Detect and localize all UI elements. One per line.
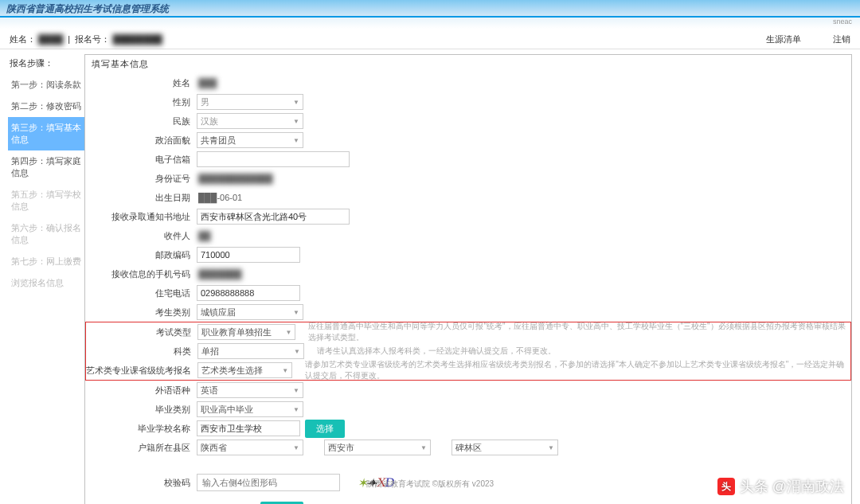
political-label: 政治面貌 — [85, 135, 197, 147]
region-label: 户籍所在县区 — [85, 442, 197, 454]
school-select-button[interactable]: 选择 — [305, 420, 345, 438]
subject-label: 科类 — [86, 346, 197, 357]
recipient-value: ██ — [197, 231, 211, 240]
birthday-value: ███-06-01 — [197, 193, 242, 202]
records-link[interactable]: 生源清单 — [766, 29, 801, 49]
postcode-label: 邮政编码 — [85, 249, 197, 261]
form-panel: 填写基本信息 姓名███ 性别男▼ 民族汉族▼ 政治面貌共青团员▼ 电子信箱 身… — [84, 54, 852, 504]
email-label: 电子信箱 — [85, 154, 197, 166]
art-exam-hint: 请参加艺术类专业课省级统考的艺术类考生选择相应省级统考类别报名，不参加的请选择"… — [305, 359, 850, 381]
gender-select[interactable]: 男▼ — [197, 94, 303, 110]
chevron-down-icon: ▼ — [420, 444, 427, 451]
birthday-label: 出生日期 — [85, 192, 197, 204]
chevron-down-icon: ▼ — [293, 387, 299, 394]
chevron-down-icon: ▼ — [285, 329, 291, 336]
gender-label: 性别 — [85, 96, 197, 108]
name-field-value: ███ — [197, 78, 217, 88]
grad-type-label: 毕业类别 — [85, 404, 197, 416]
political-select[interactable]: 共青团员▼ — [197, 132, 303, 148]
brand-bar: sneac — [0, 18, 860, 29]
app-header: 陕西省普通高校招生考试信息管理系统 — [0, 0, 860, 18]
chevron-down-icon: ▼ — [293, 406, 299, 413]
ethnic-label: 民族 — [85, 115, 197, 127]
sidebar-item-step5: 第五步：填写学校信息 — [8, 184, 84, 217]
language-label: 外语语种 — [85, 385, 197, 397]
chevron-down-icon: ▼ — [293, 118, 299, 125]
idcard-value: ████████████ — [197, 174, 273, 183]
homephone-label: 住宅电话 — [85, 287, 197, 299]
exam-type-label: 考试类型 — [86, 326, 197, 338]
recipient-label: 收件人 — [85, 230, 197, 242]
art-exam-select[interactable]: 艺术类考生选择▼ — [197, 362, 292, 378]
ethnic-select[interactable]: 汉族▼ — [197, 113, 303, 129]
reg-value: ████████ — [112, 29, 162, 49]
mobile-value: ███████ — [197, 269, 242, 279]
school-name-label: 毕业学校名称 — [85, 423, 197, 435]
steps-sidebar: 报名步骤： 第一步：阅读条款 第二步：修改密码 第三步：填写基本信息 第四步：填… — [8, 54, 84, 504]
address-label: 接收录取通知书地址 — [85, 211, 197, 223]
chevron-down-icon: ▼ — [548, 444, 554, 451]
user-info-bar: 姓名： ████ | 报名号： ████████ 生源清单 注销 — [0, 29, 860, 49]
chevron-down-icon: ▼ — [282, 367, 288, 374]
language-select[interactable]: 英语▼ — [197, 382, 303, 398]
sidebar-item-step4[interactable]: 第四步：填写家庭信息 — [8, 150, 84, 184]
watermark-text: 头条 @渭南政法 — [740, 477, 844, 496]
district-select[interactable]: 碑林区▼ — [452, 440, 558, 455]
chevron-down-icon: ▼ — [293, 444, 299, 451]
chevron-down-icon: ▼ — [293, 137, 299, 144]
chevron-down-icon: ▼ — [293, 99, 299, 106]
watermark-logo-icon: 头 — [717, 478, 735, 495]
watermark: 头 头条 @渭南政法 — [717, 477, 844, 496]
chevron-down-icon: ▼ — [293, 309, 299, 316]
sidebar-item-step6: 第六步：确认报名信息 — [8, 217, 84, 251]
grad-type-select[interactable]: 职业高中毕业▼ — [197, 401, 303, 417]
exam-type-select[interactable]: 职业教育单独招生▼ — [197, 324, 295, 340]
school-name-input[interactable] — [197, 420, 300, 436]
sidebar-item-step7: 第七步：网上缴费 — [8, 251, 84, 272]
idcard-label: 身份证号 — [85, 173, 197, 185]
city-select[interactable]: 西安市▼ — [324, 440, 431, 455]
sidebar-item-browse: 浏览报名信息 — [8, 272, 84, 294]
name-value: ████ — [38, 29, 63, 49]
mobile-label: 接收信息的手机号码 — [85, 268, 197, 280]
email-input[interactable] — [197, 151, 350, 167]
homephone-input[interactable] — [197, 285, 300, 301]
address-input[interactable] — [197, 209, 350, 225]
postcode-input[interactable] — [197, 247, 300, 263]
highlighted-exam-section: 考试类型职业教育单独招生▼应往届普通高中毕业生和高中同等学力人员仅可报"统考"，… — [85, 322, 851, 381]
province-select[interactable]: 陕西省▼ — [197, 440, 303, 455]
chevron-down-icon: ▼ — [294, 348, 300, 355]
subject-select[interactable]: 单招▼ — [197, 343, 304, 359]
art-exam-label: 艺术类专业课省级统考报名 — [86, 365, 197, 377]
candidate-type-select[interactable]: 城镇应届▼ — [197, 304, 303, 320]
subject-hint: 请考生认真选择本人报考科类，一经选定并确认提交后，不得更改。 — [317, 346, 556, 357]
sidebar-item-step3[interactable]: 第三步：填写基本信息 — [8, 117, 84, 150]
candidate-type-label: 考生类别 — [85, 307, 197, 318]
reg-label: 报名号： — [75, 34, 110, 44]
exam-type-hint: 应往届普通高中毕业生和高中同等学力人员仅可报"统考"，应往届普通中专、职业高中、… — [308, 321, 850, 343]
sidebar-item-step1[interactable]: 第一步：阅读条款 — [8, 74, 84, 96]
sidebar-title: 报名步骤： — [8, 54, 84, 74]
logout-link[interactable]: 注销 — [833, 29, 850, 49]
name-field-label: 姓名 — [85, 77, 197, 89]
name-label: 姓名： — [10, 34, 36, 44]
sidebar-item-step2[interactable]: 第二步：修改密码 — [8, 96, 84, 117]
panel-title: 填写基本信息 — [85, 55, 851, 73]
